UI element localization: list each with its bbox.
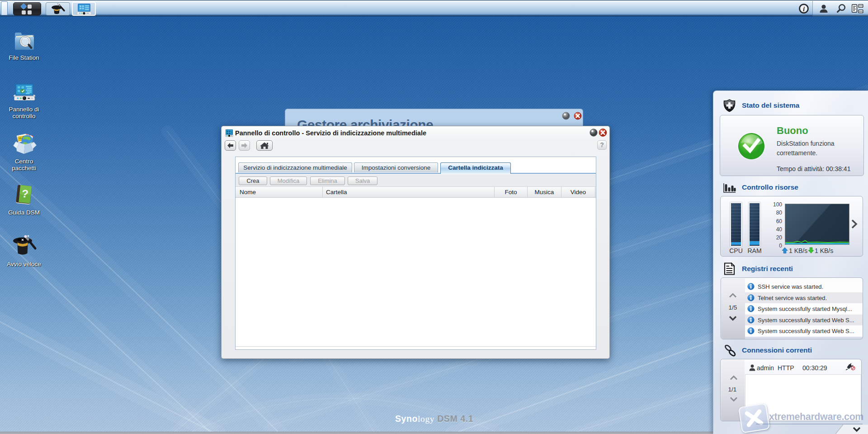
svg-text:?: ? bbox=[21, 187, 29, 200]
